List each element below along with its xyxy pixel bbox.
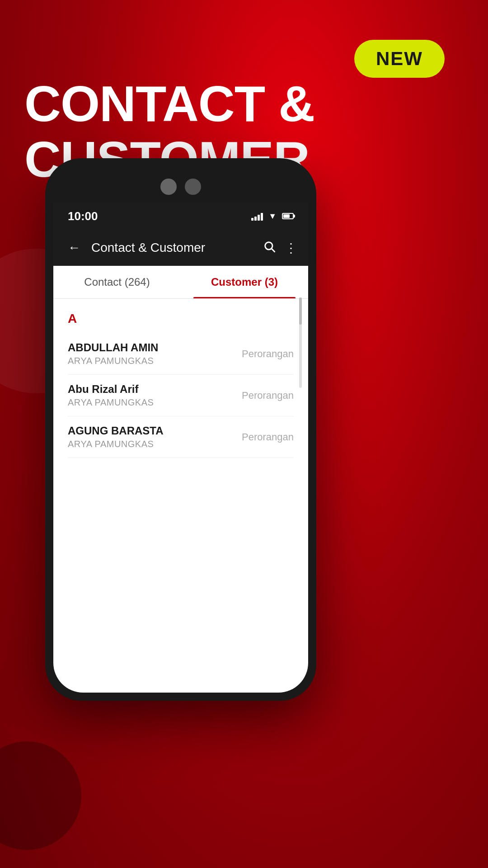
status-time: 10:00 (68, 209, 98, 223)
section-letter: A (68, 311, 294, 326)
contact-name: AGUNG BARASTA (68, 425, 164, 437)
back-button[interactable]: ← (64, 237, 84, 259)
contact-type: Perorangan (242, 431, 294, 443)
contact-type: Perorangan (242, 390, 294, 401)
svg-line-1 (272, 249, 274, 251)
contact-info: Abu Rizal Arif ARYA PAMUNGKAS (68, 383, 154, 408)
camera-circle-right (185, 179, 201, 195)
signal-bar-4 (261, 213, 263, 221)
list-item[interactable]: ABDULLAH AMIN ARYA PAMUNGKAS Perorangan (68, 333, 294, 375)
signal-bar-1 (251, 218, 253, 221)
battery-fill (283, 214, 290, 218)
status-bar: 10:00 ▼ (53, 203, 308, 230)
contact-name: Abu Rizal Arif (68, 383, 154, 396)
contact-sub: ARYA PAMUNGKAS (68, 356, 158, 366)
new-badge: NEW (354, 40, 445, 78)
signal-bar-3 (258, 215, 260, 221)
wifi-icon: ▼ (268, 212, 277, 221)
contact-info: AGUNG BARASTA ARYA PAMUNGKAS (68, 425, 164, 449)
app-header: ← Contact & Customer ⋮ (53, 230, 308, 266)
camera-circle-left (160, 179, 177, 195)
header-icons: ⋮ (263, 240, 297, 256)
content-area: A ABDULLAH AMIN ARYA PAMUNGKAS Peroranga… (53, 299, 308, 693)
status-icons: ▼ (251, 212, 294, 221)
tab-contact-label: Contact (264) (84, 276, 150, 288)
contact-name: ABDULLAH AMIN (68, 341, 158, 354)
phone-outer: 10:00 ▼ (45, 158, 316, 701)
battery-icon (282, 213, 294, 219)
header-title: Contact & Customer (91, 241, 256, 255)
contact-type: Perorangan (242, 348, 294, 360)
tabs: Contact (264) Customer (3) (53, 266, 308, 299)
search-icon[interactable] (263, 240, 276, 256)
tab-contact[interactable]: Contact (264) (53, 266, 181, 298)
contact-info: ABDULLAH AMIN ARYA PAMUNGKAS (68, 341, 158, 366)
list-item[interactable]: AGUNG BARASTA ARYA PAMUNGKAS Perorangan (68, 416, 294, 458)
phone-inner: 10:00 ▼ (53, 166, 308, 693)
tab-customer-label: Customer (3) (211, 276, 278, 288)
scroll-thumb (299, 297, 302, 325)
signal-icon (251, 212, 263, 221)
phone-mockup: 10:00 ▼ (45, 158, 316, 701)
tab-customer[interactable]: Customer (3) (181, 266, 308, 298)
contact-sub: ARYA PAMUNGKAS (68, 397, 154, 408)
signal-bar-2 (254, 217, 257, 221)
list-item[interactable]: Abu Rizal Arif ARYA PAMUNGKAS Perorangan (68, 375, 294, 416)
phone-camera-area (53, 166, 308, 203)
scroll-indicator (299, 297, 302, 388)
contact-sub: ARYA PAMUNGKAS (68, 439, 164, 449)
more-icon[interactable]: ⋮ (285, 241, 297, 255)
